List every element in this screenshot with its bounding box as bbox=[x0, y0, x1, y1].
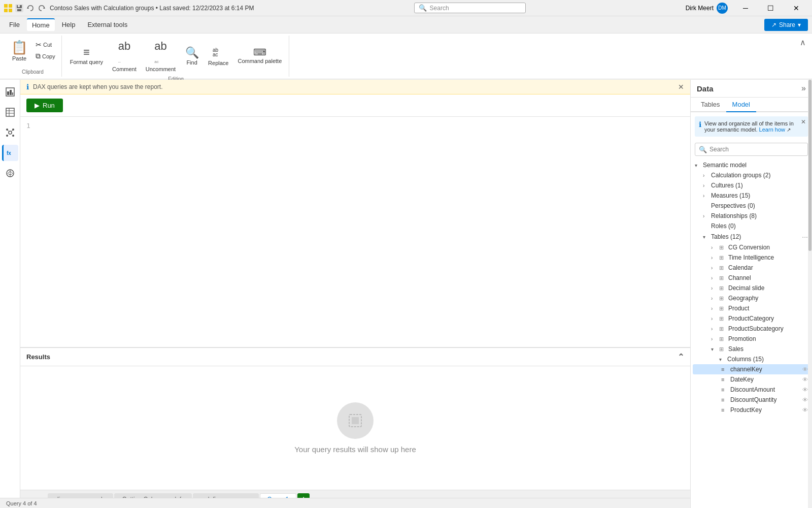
editor-content[interactable] bbox=[37, 121, 684, 343]
panel-collapse-button[interactable]: » bbox=[801, 84, 806, 93]
copy-button[interactable]: ⧉ Copy bbox=[33, 51, 57, 61]
tree-item-datekey[interactable]: ≡ DateKey 👁 bbox=[693, 374, 810, 385]
info-icon: ℹ bbox=[26, 83, 29, 91]
chevron-icon: › bbox=[703, 183, 709, 188]
tree-item-promotion[interactable]: › ⊞ Promotion bbox=[693, 334, 810, 344]
run-button[interactable]: ▶ Run bbox=[26, 99, 63, 112]
window-controls[interactable]: ─ ☐ ✕ bbox=[734, 0, 808, 16]
command-palette-button[interactable]: ⌨ Command palette bbox=[234, 45, 285, 67]
tree-item-discountquantity[interactable]: ≡ DiscountQuantity 👁 bbox=[693, 395, 810, 405]
panel-search-input[interactable] bbox=[695, 143, 808, 156]
cut-button[interactable]: ✂ Cut bbox=[33, 40, 57, 50]
tree-item-tables[interactable]: ▾ Tables (12) ··· bbox=[693, 231, 810, 242]
tree-item-product[interactable]: › ⊞ Product bbox=[693, 303, 810, 313]
status-text: Query 4 of 4 bbox=[6, 500, 37, 506]
tree-item-roles[interactable]: › Roles (0) bbox=[693, 221, 810, 231]
svg-rect-14 bbox=[10, 90, 12, 95]
results-placeholder-icon bbox=[337, 402, 374, 439]
paste-icon: 📋 bbox=[11, 40, 27, 55]
info-close-button[interactable]: ✕ bbox=[678, 83, 684, 91]
external-tools-button[interactable] bbox=[2, 165, 18, 181]
find-button[interactable]: 🔍 Find bbox=[182, 44, 202, 68]
clipboard-label: Clipboard bbox=[22, 67, 44, 75]
tree-item-cultures[interactable]: › Cultures (1) bbox=[693, 180, 810, 190]
format-query-button[interactable]: ≡ Format query bbox=[67, 44, 106, 68]
chevron-icon: › bbox=[711, 265, 717, 271]
tree-item-calculation-groups[interactable]: › Calculation groups (2) bbox=[693, 170, 810, 180]
menu-external-tools[interactable]: External tools bbox=[82, 19, 132, 30]
close-button[interactable]: ✕ bbox=[785, 0, 808, 16]
table-view-button[interactable] bbox=[2, 104, 18, 120]
hidden-icon: 👁 bbox=[802, 376, 808, 383]
chevron-icon: › bbox=[711, 336, 717, 342]
replace-button[interactable]: ab ac Replace bbox=[205, 44, 231, 68]
tree-item-sales[interactable]: ▾ ⊞ Sales bbox=[693, 344, 810, 354]
tree-item-product-category[interactable]: › ⊞ ProductCategory bbox=[693, 313, 810, 324]
dax-query-view-button[interactable]: fx bbox=[2, 145, 18, 161]
column-icon: ≡ bbox=[721, 366, 728, 372]
menu-file[interactable]: File bbox=[4, 19, 25, 30]
chevron-icon: › bbox=[711, 255, 717, 261]
tree-item-productkey[interactable]: ≡ ProductKey 👁 bbox=[693, 405, 810, 415]
paste-button[interactable]: 📋 Paste bbox=[8, 38, 30, 64]
user-avatar[interactable]: DM bbox=[717, 3, 728, 14]
query-editor[interactable]: 1 bbox=[20, 117, 690, 347]
share-button[interactable]: ↗ Share ▾ bbox=[764, 19, 808, 31]
model-view-button[interactable] bbox=[2, 124, 18, 141]
tab-tables[interactable]: Tables bbox=[695, 98, 726, 112]
svg-rect-16 bbox=[6, 108, 14, 116]
chevron-icon: › bbox=[711, 275, 717, 281]
paste-label: Paste bbox=[12, 55, 26, 61]
tree-item-channelkey[interactable]: ≡ channelKey 👁 bbox=[693, 364, 810, 374]
chevron-icon: › bbox=[711, 306, 717, 311]
share-icon: ↗ bbox=[771, 21, 776, 28]
scrollbar-thumb[interactable] bbox=[808, 80, 811, 251]
titlebar: Contoso Sales with Calculation groups • … bbox=[0, 0, 812, 16]
find-label: Find bbox=[186, 59, 197, 66]
tree-item-cg-conversion[interactable]: › ⊞ CG Conversion bbox=[693, 242, 810, 252]
menu-home[interactable]: Home bbox=[27, 18, 55, 31]
report-view-button[interactable] bbox=[2, 84, 18, 100]
share-chevron-icon: ▾ bbox=[798, 21, 801, 28]
tree-item-measures[interactable]: › Measures (15) bbox=[693, 190, 810, 201]
menubar: File Home Help External tools ↗ Share ▾ bbox=[0, 16, 812, 34]
save-icon[interactable] bbox=[15, 4, 23, 12]
tree-item-channel[interactable]: › ⊞ Channel bbox=[693, 273, 810, 283]
tab-model[interactable]: Model bbox=[726, 98, 756, 112]
chevron-icon: › bbox=[711, 326, 717, 332]
tree-item-product-subcategory[interactable]: › ⊞ ProductSubcategory bbox=[693, 324, 810, 334]
chevron-icon: › bbox=[711, 245, 717, 250]
tree-root[interactable]: ▾ Semantic model bbox=[693, 160, 810, 170]
ribbon-collapse-button[interactable]: ∧ bbox=[798, 36, 808, 49]
results-title: Results bbox=[26, 353, 50, 361]
tree-item-discountamount[interactable]: ≡ DiscountAmount 👁 bbox=[693, 385, 810, 395]
tree-item-relationships[interactable]: › Relationships (8) bbox=[693, 211, 810, 221]
panel-info-learn-link[interactable]: Learn how bbox=[759, 126, 785, 133]
external-icon bbox=[6, 169, 15, 178]
redo-icon[interactable] bbox=[38, 4, 46, 12]
table-icon: ⊞ bbox=[719, 255, 726, 261]
undo-icon[interactable] bbox=[26, 4, 35, 12]
tree-item-columns[interactable]: ▾ Columns (15) bbox=[693, 354, 810, 364]
tree-item-time-intelligence[interactable]: › ⊞ Time Intelligence bbox=[693, 252, 810, 263]
panel-info-close-button[interactable]: ✕ bbox=[801, 118, 806, 125]
tree-item-decimal-slide[interactable]: › ⊞ Decimal slide bbox=[693, 283, 810, 293]
cut-icon: ✂ bbox=[36, 41, 42, 49]
comment-button[interactable]: ab-- Comment bbox=[109, 38, 140, 74]
menu-help[interactable]: Help bbox=[57, 19, 81, 30]
svg-text:fx: fx bbox=[7, 150, 11, 156]
main-area: ℹ DAX queries are kept when you save the… bbox=[20, 80, 690, 508]
minimize-button[interactable]: ─ bbox=[734, 0, 757, 16]
results-collapse-button[interactable]: ⌃ bbox=[678, 352, 684, 362]
replace-icon: ab ac bbox=[213, 46, 224, 60]
tree-item-geography[interactable]: › ⊞ Geography bbox=[693, 293, 810, 303]
scrollbar-track[interactable] bbox=[808, 80, 812, 508]
uncomment-button[interactable]: abac Uncomment bbox=[143, 38, 179, 74]
tables-more-icon[interactable]: ··· bbox=[802, 233, 808, 241]
tree-item-perspectives[interactable]: › Perspectives (0) bbox=[693, 201, 810, 211]
cut-label: Cut bbox=[43, 42, 52, 48]
titlebar-search-box[interactable]: 🔍 Search bbox=[414, 3, 526, 13]
clipboard-buttons: 📋 Paste ✂ Cut ⧉ Copy bbox=[8, 38, 57, 64]
tree-item-calendar[interactable]: › ⊞ Calendar bbox=[693, 263, 810, 273]
maximize-button[interactable]: ☐ bbox=[759, 0, 783, 16]
